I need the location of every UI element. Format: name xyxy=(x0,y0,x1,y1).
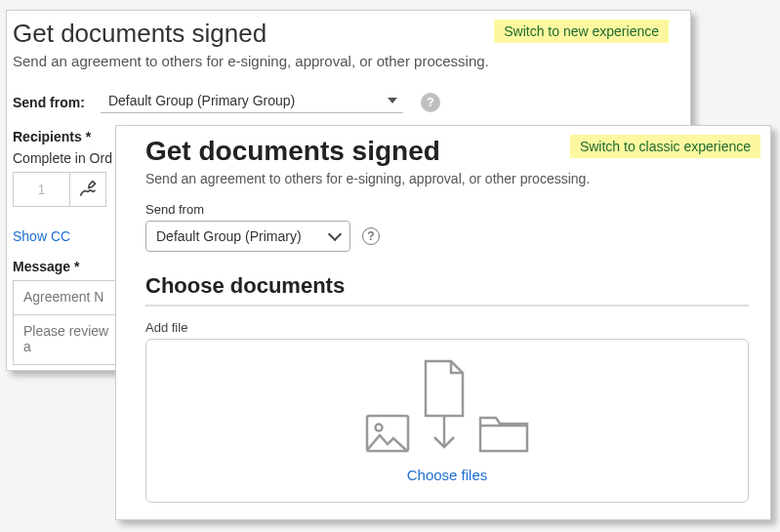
help-icon[interactable]: ? xyxy=(362,227,380,245)
file-dropzone[interactable]: Choose files xyxy=(145,339,749,503)
show-cc-link[interactable]: Show CC xyxy=(13,228,70,244)
signer-role-icon[interactable] xyxy=(70,173,105,206)
switch-to-classic-link[interactable]: Switch to classic experience xyxy=(570,135,760,158)
help-icon[interactable]: ? xyxy=(421,93,440,112)
page-subtitle-classic: Send an agreement to others for e-signin… xyxy=(13,53,690,69)
caret-down-icon xyxy=(388,98,397,103)
page-subtitle-modern: Send an agreement to others for e-signin… xyxy=(145,171,749,186)
file-download-icon xyxy=(422,359,467,453)
send-from-value-modern: Default Group (Primary) xyxy=(156,228,302,244)
send-from-row-classic: Send from: Default Group (Primary Group)… xyxy=(13,91,690,113)
send-from-select-classic[interactable]: Default Group (Primary Group) xyxy=(101,91,403,113)
recipient-row[interactable]: 1 xyxy=(13,172,106,207)
modern-panel: Switch to classic experience Get documen… xyxy=(115,125,771,520)
switch-to-new-link[interactable]: Switch to new experience xyxy=(494,20,669,43)
send-from-select-modern[interactable]: Default Group (Primary) xyxy=(145,221,350,252)
send-from-label-modern: Send from xyxy=(145,202,749,217)
send-from-label-classic: Send from: xyxy=(13,95,85,110)
chevron-down-icon xyxy=(328,227,342,241)
add-file-label: Add file xyxy=(145,320,749,335)
recipient-number: 1 xyxy=(14,173,70,206)
send-from-value-classic: Default Group (Primary Group) xyxy=(108,93,295,108)
message-body-input[interactable]: Please review a xyxy=(14,314,115,364)
image-icon xyxy=(365,414,410,453)
dropzone-icons xyxy=(365,359,529,453)
svg-point-1 xyxy=(376,424,383,430)
choose-documents-heading: Choose documents xyxy=(145,273,749,307)
choose-files-link[interactable]: Choose files xyxy=(407,467,488,483)
folder-icon xyxy=(478,414,529,453)
agreement-name-input[interactable]: Agreement N xyxy=(14,281,115,314)
